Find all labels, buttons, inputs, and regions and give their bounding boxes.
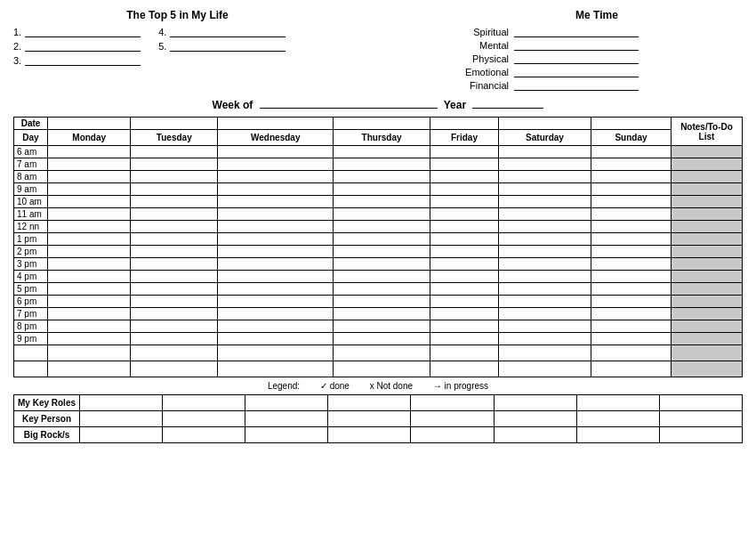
empty-cell-0-8	[672, 345, 743, 361]
top5-item-3: 3.	[13, 55, 141, 66]
bottom-cell-2-6	[576, 427, 659, 443]
top5-block: The Top 5 in My Life 1. 2. 3. 4.	[13, 9, 342, 91]
schedule-cell-8-2	[218, 246, 334, 258]
year-line	[472, 98, 543, 109]
bottom-row-label-0: My Key Roles	[14, 395, 80, 411]
time-row-7am: 7 am	[14, 158, 743, 171]
schedule-cell-1-4	[430, 158, 498, 171]
schedule-cell-6-6	[591, 221, 671, 233]
schedule-cell-10-5	[499, 271, 591, 283]
schedule-cell-8-0	[48, 246, 131, 258]
schedule-cell-4-0	[48, 196, 131, 208]
notes-cell-1	[672, 158, 743, 171]
time-cell-13: 7 pm	[14, 308, 48, 320]
bottom-cell-0-5	[494, 395, 576, 411]
schedule-cell-7-1	[131, 233, 218, 246]
notes-cell-13	[672, 308, 743, 320]
time-cell-15: 9 pm	[14, 333, 48, 345]
schedule-cell-14-4	[430, 320, 498, 333]
schedule-cell-4-2	[218, 196, 334, 208]
schedule-cell-4-1	[131, 196, 218, 208]
schedule-cell-6-4	[430, 221, 498, 233]
empty-row-0	[14, 345, 743, 361]
notes-cell-7	[672, 233, 743, 246]
top5-label-4: 4.	[158, 27, 166, 37]
schedule-cell-6-2	[218, 221, 334, 233]
col-sunday: Sunday	[591, 130, 671, 146]
top5-label-3: 3.	[13, 55, 21, 66]
schedule-cell-14-3	[334, 320, 430, 333]
bottom-cell-1-0	[80, 411, 163, 427]
schedule-cell-5-5	[499, 208, 591, 221]
notes-cell-6	[672, 221, 743, 233]
me-time-line-physical	[514, 53, 639, 64]
schedule-cell-12-6	[591, 296, 671, 308]
time-row-4pm: 4 pm	[14, 271, 743, 283]
schedule-cell-2-3	[334, 171, 430, 183]
schedule-cell-12-4	[430, 296, 498, 308]
schedule-cell-3-0	[48, 183, 131, 196]
schedule-cell-7-6	[591, 233, 671, 246]
date-thu	[334, 118, 430, 130]
bottom-cell-1-5	[494, 411, 576, 427]
schedule-cell-11-0	[48, 283, 131, 296]
schedule-cell-14-6	[591, 320, 671, 333]
time-row-2pm: 2 pm	[14, 246, 743, 258]
schedule-cell-13-0	[48, 308, 131, 320]
time-row-8pm: 8 pm	[14, 320, 743, 333]
schedule-cell-10-6	[591, 271, 671, 283]
bottom-cell-1-7	[659, 411, 742, 427]
schedule-cell-9-4	[430, 258, 498, 271]
day-header-row: Day Monday Tuesday Wednesday Thursday Fr…	[14, 130, 743, 146]
me-time-row-physical: Physical	[451, 53, 743, 64]
time-row-1pm: 1 pm	[14, 233, 743, 246]
me-time-rows: Spiritual Mental Physical Emotional Fina…	[451, 27, 743, 91]
schedule-cell-0-1	[131, 146, 218, 158]
schedule-cell-11-5	[499, 283, 591, 296]
schedule-cell-7-5	[499, 233, 591, 246]
schedule-cell-15-3	[334, 333, 430, 345]
top5-title: The Top 5 in My Life	[13, 9, 342, 21]
me-time-row-financial: Financial	[451, 80, 743, 91]
bottom-cell-2-0	[80, 427, 163, 443]
time-row-9am: 9 am	[14, 183, 743, 196]
legend-in-progress: → in progress	[433, 381, 488, 391]
date-sun	[591, 118, 671, 130]
empty-cell-0-5	[430, 345, 498, 361]
bottom-cell-0-3	[328, 395, 411, 411]
schedule-cell-12-0	[48, 296, 131, 308]
schedule-cell-1-3	[334, 158, 430, 171]
time-cell-9: 3 pm	[14, 258, 48, 271]
schedule-cell-15-0	[48, 333, 131, 345]
time-cell-1: 7 am	[14, 158, 48, 171]
schedule-cell-12-3	[334, 296, 430, 308]
notes-cell-3	[672, 183, 743, 196]
schedule-cell-11-3	[334, 283, 430, 296]
schedule-cell-1-5	[499, 158, 591, 171]
top5-line-3	[25, 55, 141, 66]
time-cell-12: 6 pm	[14, 296, 48, 308]
schedule-cell-15-1	[131, 333, 218, 345]
schedule-cell-5-2	[218, 208, 334, 221]
bottom-cell-0-2	[245, 395, 328, 411]
top5-line-5	[170, 41, 286, 52]
schedule-cell-3-3	[334, 183, 430, 196]
schedule-cell-8-1	[131, 246, 218, 258]
schedule-body: 6 am7 am8 am9 am10 am11 am12 nn1 pm2 pm3…	[14, 146, 743, 377]
top5-line-4	[170, 27, 286, 37]
notes-cell-9	[672, 258, 743, 271]
time-cell-10: 4 pm	[14, 271, 48, 283]
schedule-cell-15-4	[430, 333, 498, 345]
week-line	[260, 98, 438, 109]
date-mon	[48, 118, 131, 130]
empty-cell-1-2	[131, 361, 218, 377]
time-row-11am: 11 am	[14, 208, 743, 221]
schedule-cell-14-5	[499, 320, 591, 333]
empty-cell-1-1	[48, 361, 131, 377]
legend-label: Legend:	[268, 381, 300, 391]
bottom-cell-2-3	[328, 427, 411, 443]
schedule-cell-9-0	[48, 258, 131, 271]
bottom-row-1: Key Person	[14, 411, 743, 427]
schedule-cell-4-3	[334, 196, 430, 208]
schedule-cell-9-2	[218, 258, 334, 271]
